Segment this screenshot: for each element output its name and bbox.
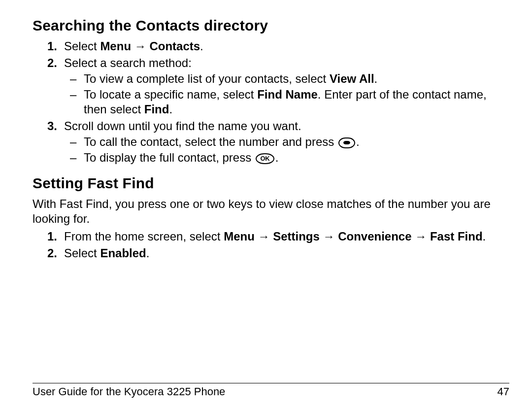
step-2b: To locate a specific name, select Find N… bbox=[84, 87, 509, 117]
text: Select a search method: bbox=[64, 56, 192, 69]
step-3-options: To call the contact, select the number a… bbox=[64, 135, 509, 165]
footer-title: User Guide for the Kyocera 3225 Phone bbox=[33, 385, 225, 398]
text: . bbox=[200, 39, 203, 53]
text: Scroll down until you find the name you … bbox=[64, 119, 301, 133]
text: To locate a specific name, select bbox=[84, 88, 257, 101]
arrow: → bbox=[412, 230, 430, 243]
text: . bbox=[275, 151, 279, 164]
step-3: Scroll down until you find the name you … bbox=[64, 119, 509, 165]
step-1: From the home screen, select Menu → Sett… bbox=[64, 229, 509, 244]
option-view-all: View All bbox=[330, 72, 374, 85]
menu-path-contacts: Contacts bbox=[149, 39, 200, 53]
text: . bbox=[483, 230, 486, 243]
text: To view a complete list of your contacts… bbox=[84, 72, 330, 85]
fast-find-intro: With Fast Find, you press one or two key… bbox=[33, 197, 509, 226]
step-1: Select Menu → Contacts. bbox=[64, 39, 509, 54]
menu-path-fast-find: Fast Find bbox=[430, 230, 483, 243]
menu-path-convenience: Convenience bbox=[338, 230, 411, 243]
text: . bbox=[356, 135, 360, 148]
page-footer: User Guide for the Kyocera 3225 Phone 47 bbox=[33, 383, 509, 398]
text: Select bbox=[64, 246, 100, 260]
text: . bbox=[374, 72, 378, 85]
text: . bbox=[146, 246, 150, 260]
step-3b: To display the full contact, press OK. bbox=[84, 150, 509, 165]
text: . bbox=[169, 103, 172, 116]
step-2-options: To view a complete list of your contacts… bbox=[64, 71, 509, 117]
menu-path-menu: Menu bbox=[100, 39, 131, 53]
steps-fast-find: From the home screen, select Menu → Sett… bbox=[33, 229, 509, 261]
step-2a: To view a complete list of your contacts… bbox=[84, 71, 509, 86]
page-number: 47 bbox=[498, 385, 509, 398]
arrow: → bbox=[320, 230, 338, 243]
menu-path-settings: Settings bbox=[273, 230, 320, 243]
arrow: → bbox=[255, 230, 273, 243]
text: To display the full contact, press bbox=[84, 151, 255, 164]
steps-searching-contacts: Select Menu → Contacts. Select a search … bbox=[33, 39, 509, 165]
option-find: Find bbox=[144, 103, 169, 116]
step-2: Select Enabled. bbox=[64, 246, 509, 261]
heading-setting-fast-find: Setting Fast Find bbox=[33, 175, 509, 192]
call-key-icon bbox=[338, 137, 355, 148]
ok-key-icon: OK bbox=[256, 153, 274, 164]
footer-rule bbox=[33, 383, 509, 383]
menu-path-menu: Menu bbox=[224, 230, 255, 243]
text: From the home screen, select bbox=[64, 230, 224, 243]
option-enabled: Enabled bbox=[100, 246, 146, 260]
text: To call the contact, select the number a… bbox=[84, 135, 337, 148]
heading-searching-contacts: Searching the Contacts directory bbox=[33, 17, 509, 34]
arrow: → bbox=[131, 39, 149, 53]
step-2: Select a search method: To view a comple… bbox=[64, 56, 509, 117]
option-find-name: Find Name bbox=[257, 88, 318, 101]
text: Select bbox=[64, 39, 100, 53]
step-3a: To call the contact, select the number a… bbox=[84, 135, 509, 149]
